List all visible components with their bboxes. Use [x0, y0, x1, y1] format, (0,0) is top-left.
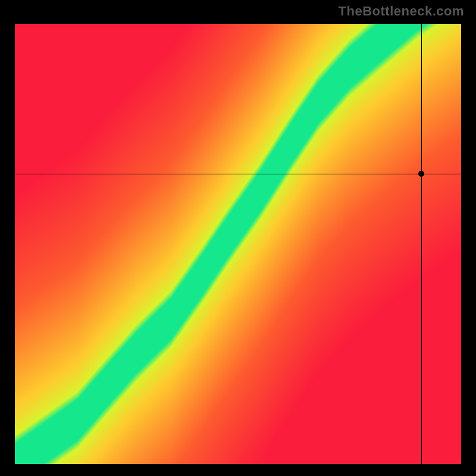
- heatmap-canvas: [15, 24, 461, 464]
- marker-point: [418, 171, 424, 177]
- crosshair-vertical: [421, 24, 422, 464]
- plot-area: [15, 24, 461, 464]
- chart-frame: TheBottleneck.com: [0, 0, 476, 476]
- crosshair-horizontal: [15, 174, 461, 174]
- watermark-label: TheBottleneck.com: [339, 4, 464, 19]
